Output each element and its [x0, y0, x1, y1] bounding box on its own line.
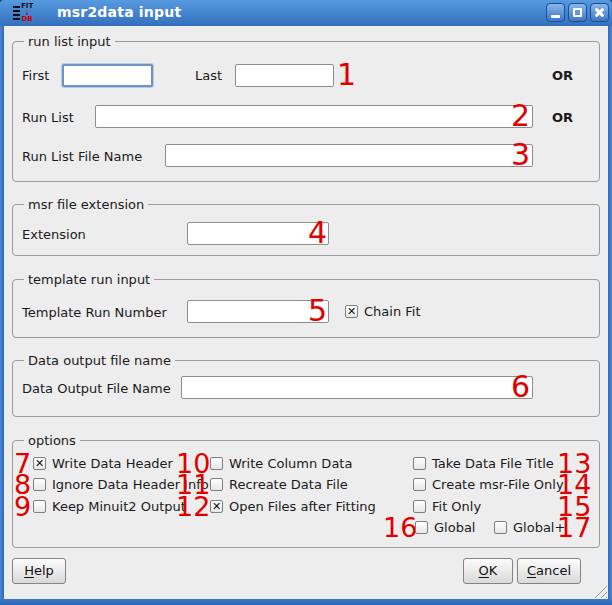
last-run-input[interactable] — [235, 64, 334, 87]
msr2data-app-icon: FIT ↓ DB — [13, 2, 47, 24]
group-title: options — [24, 432, 80, 449]
run-list-file-name-input[interactable] — [165, 144, 533, 167]
cancel-button[interactable]: Cancel — [517, 558, 581, 584]
write-column-data-checkbox[interactable]: ✕ — [210, 457, 223, 470]
group-title: run list input — [24, 33, 115, 50]
data-output-file-name-input[interactable] — [181, 376, 533, 399]
icon-db-text: DB — [22, 16, 33, 23]
keep-minuit2-output-label[interactable]: Keep Minuit2 Output — [52, 499, 186, 515]
annotation-number-3: 3 — [511, 142, 530, 167]
template-run-number-label: Template Run Number — [22, 305, 167, 321]
check-mark-icon: ✕ — [346, 306, 357, 317]
global-checkbox[interactable]: ✕ — [415, 521, 428, 534]
write-data-header-checkbox[interactable]: ✕ — [33, 457, 46, 470]
window-title: msr2data input — [57, 4, 181, 20]
maximize-button[interactable] — [568, 3, 587, 22]
annotation-number-1: 1 — [337, 62, 356, 87]
ok-button[interactable]: OK — [463, 558, 513, 584]
open-files-after-fitting-checkbox[interactable]: ✕ — [210, 500, 223, 513]
msr-list-icon — [13, 6, 20, 20]
annotation-number-5: 5 — [308, 298, 327, 323]
annotation-number-2: 2 — [511, 103, 530, 128]
extension-label: Extension — [22, 227, 86, 243]
recreate-data-file-checkbox[interactable]: ✕ — [210, 478, 223, 491]
take-data-file-title-checkbox[interactable]: ✕ — [413, 457, 426, 470]
write-data-header-label[interactable]: Write Data Header — [52, 456, 173, 472]
data-output-file-name-label: Data Output File Name — [22, 381, 171, 397]
annotation-number-9: 9 — [14, 496, 31, 518]
global-label[interactable]: Global — [434, 520, 475, 536]
chain-fit-label[interactable]: Chain Fit — [364, 304, 421, 320]
open-files-after-fitting-label[interactable]: Open Files after Fitting — [229, 499, 376, 515]
close-button[interactable] — [590, 3, 609, 22]
or-label-row1: OR — [552, 68, 573, 84]
last-label: Last — [195, 68, 222, 84]
create-msr-file-only-checkbox[interactable]: ✕ — [413, 478, 426, 491]
check-mark-icon: ✕ — [34, 458, 45, 469]
resize-grip[interactable] — [593, 584, 607, 598]
first-label: First — [22, 68, 49, 84]
group-title: Data output file name — [24, 352, 175, 369]
first-run-input[interactable] — [62, 64, 153, 87]
or-label-row2: OR — [552, 110, 573, 126]
check-mark-icon: ✕ — [211, 501, 222, 512]
annotation-number-17: 17 — [557, 517, 591, 539]
ignore-data-header-info-checkbox[interactable]: ✕ — [33, 478, 46, 491]
create-msr-file-only-label[interactable]: Create msr-File Only — [432, 477, 564, 493]
window-frame-left — [0, 26, 4, 605]
minimize-icon — [551, 15, 560, 18]
run-list-input[interactable] — [95, 105, 533, 128]
maximize-icon — [573, 8, 582, 17]
run-list-label: Run List — [22, 110, 74, 126]
fit-only-label[interactable]: Fit Only — [432, 499, 481, 515]
write-column-data-label[interactable]: Write Column Data — [229, 456, 352, 472]
take-data-file-title-label[interactable]: Take Data File Title — [432, 456, 554, 472]
annotation-number-12: 12 — [176, 496, 210, 518]
chain-fit-checkbox[interactable]: ✕ — [345, 305, 358, 318]
run-list-file-name-label: Run List File Name — [22, 149, 142, 165]
help-button[interactable]: Help — [12, 558, 66, 584]
titlebar[interactable]: FIT ↓ DB msr2data input — [0, 0, 612, 26]
keep-minuit2-output-checkbox[interactable]: ✕ — [33, 500, 46, 513]
annotation-number-16: 16 — [383, 517, 417, 539]
minimize-button[interactable] — [546, 3, 565, 22]
window-frame-right — [608, 26, 612, 605]
group-title: template run input — [24, 271, 154, 288]
annotation-number-6: 6 — [511, 374, 530, 399]
annotation-number-4: 4 — [308, 220, 327, 245]
msr2data-dialog: FIT ↓ DB msr2data input run list input F… — [0, 0, 612, 605]
window-frame-bottom — [0, 599, 612, 605]
recreate-data-file-label[interactable]: Recreate Data File — [229, 477, 348, 493]
group-title: msr file extension — [24, 196, 148, 213]
global-plus-checkbox[interactable]: ✕ — [494, 521, 507, 534]
close-icon — [591, 4, 608, 21]
